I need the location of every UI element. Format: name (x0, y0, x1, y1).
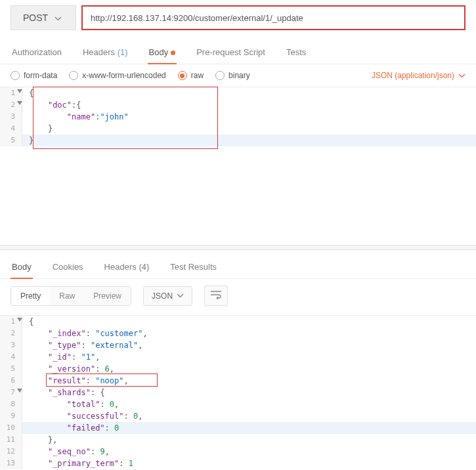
pane-divider[interactable] (0, 245, 476, 250)
view-mode-preview[interactable]: Preview (84, 287, 131, 305)
tab-authorization[interactable]: Authorization (11, 41, 63, 64)
code-line: 10 "failed": 0 (0, 422, 476, 434)
code-line: 1{ (0, 87, 476, 99)
line-content: "successful": 0, (22, 410, 142, 422)
line-number: 3 (0, 339, 22, 351)
line-number: 10 (0, 422, 22, 434)
line-content: "_type": "external", (22, 339, 142, 351)
line-number: 1 (0, 87, 22, 99)
line-number: 6 (0, 375, 22, 387)
radio-icon (11, 71, 20, 80)
tab-body[interactable]: Body (148, 41, 177, 64)
line-content: "failed": 0 (22, 422, 119, 434)
code-line: 7 "_shards": { (0, 387, 476, 398)
line-number: 11 (0, 434, 22, 446)
tab-prerequest[interactable]: Pre-request Script (195, 41, 267, 64)
line-number: 7 (0, 387, 22, 398)
radio-urlencoded[interactable]: x-www-form-urlencoded (69, 71, 165, 80)
line-number: 3 (0, 111, 22, 123)
line-content: "_seq_no": 9, (22, 446, 110, 458)
code-line: 2 "_index": "customer", (0, 328, 476, 339)
line-number: 2 (0, 328, 22, 339)
request-url-input[interactable] (81, 5, 465, 30)
line-content: "_index": "customer", (22, 328, 148, 339)
radio-icon (178, 71, 187, 80)
line-number: 9 (0, 410, 22, 422)
line-number: 8 (0, 398, 22, 410)
tab-tests[interactable]: Tests (285, 41, 307, 64)
line-number: 13 (0, 458, 22, 469)
code-line: 1{ (0, 316, 476, 328)
code-line: 5} (0, 135, 476, 146)
radio-raw[interactable]: raw (178, 71, 204, 80)
response-tab-cookies[interactable]: Cookies (51, 255, 85, 278)
line-number: 5 (0, 363, 22, 375)
code-line: 3 "name":"john" (0, 111, 476, 123)
body-type-options: form-data x-www-form-urlencoded raw bina… (0, 64, 476, 87)
code-line: 3 "_type": "external", (0, 339, 476, 351)
chevron-down-icon (177, 293, 184, 298)
line-content: "_shards": { (22, 387, 105, 398)
content-type-select[interactable]: JSON (application/json) (372, 71, 465, 80)
view-mode-pretty[interactable]: Pretty (11, 287, 50, 305)
response-body-viewer[interactable]: 1{2 "_index": "customer",3 "_type": "ext… (0, 315, 476, 469)
line-number: 4 (0, 123, 22, 135)
code-line: 4 "_id": "1", (0, 351, 476, 363)
fold-toggle-icon[interactable] (17, 101, 22, 105)
chevron-down-icon (458, 74, 465, 78)
wrap-toggle-button[interactable] (204, 286, 228, 306)
line-content: "_id": "1", (22, 351, 100, 363)
line-number: 12 (0, 446, 22, 458)
code-line: 12 "_seq_no": 9, (0, 446, 476, 458)
line-content: } (22, 123, 53, 135)
code-line: 11 }, (0, 434, 476, 446)
radio-binary[interactable]: binary (215, 71, 250, 80)
line-number: 1 (0, 316, 22, 328)
line-content: }, (22, 434, 57, 446)
response-toolbar: Pretty Raw Preview JSON (0, 279, 476, 315)
fold-toggle-icon[interactable] (17, 89, 22, 93)
line-number: 5 (0, 135, 22, 146)
line-content: "total": 0, (22, 398, 119, 410)
response-tab-body[interactable]: Body (11, 255, 33, 278)
code-line: 9 "successful": 0, (0, 410, 476, 422)
fold-toggle-icon[interactable] (17, 318, 22, 322)
fold-toggle-icon[interactable] (17, 389, 22, 393)
response-tabs: Body Cookies Headers (4) Test Results (0, 255, 476, 279)
line-content: "result": "noop", (22, 375, 129, 387)
line-content: { (22, 316, 33, 328)
response-tab-testresults[interactable]: Test Results (169, 255, 218, 278)
code-line: 5 "_version": 6, (0, 363, 476, 375)
line-number: 4 (0, 351, 22, 363)
tab-headers[interactable]: Headers (1) (81, 41, 129, 64)
chevron-down-icon (54, 12, 62, 23)
modified-dot-icon (171, 51, 175, 55)
response-format-select[interactable]: JSON (143, 286, 192, 306)
line-content: "name":"john" (22, 111, 129, 123)
response-view-modes: Pretty Raw Preview (11, 286, 131, 306)
code-line: 2 "doc":{ (0, 99, 476, 111)
http-method-select[interactable]: POST (11, 5, 76, 30)
wrap-icon (210, 290, 222, 299)
line-content: "_version": 6, (22, 363, 114, 375)
code-line: 13 "_primary_term": 1 (0, 458, 476, 469)
http-method-label: POST (23, 12, 48, 23)
line-content: { (22, 87, 33, 99)
line-content: "doc":{ (22, 99, 81, 111)
line-content: } (22, 135, 33, 146)
view-mode-raw[interactable]: Raw (50, 287, 84, 305)
line-number: 2 (0, 99, 22, 111)
radio-icon (69, 71, 78, 80)
radio-form-data[interactable]: form-data (11, 71, 57, 80)
response-tab-headers[interactable]: Headers (4) (103, 255, 151, 278)
code-line: 8 "total": 0, (0, 398, 476, 410)
request-tabs: Authorization Headers (1) Body Pre-reque… (0, 41, 476, 64)
line-content: "_primary_term": 1 (22, 458, 133, 469)
code-line: 4 } (0, 123, 476, 135)
request-body-editor[interactable]: 1{2 "doc":{3 "name":"john"4 }5} (0, 87, 476, 219)
code-line: 6 "result": "noop", (0, 375, 476, 387)
radio-icon (215, 71, 225, 80)
